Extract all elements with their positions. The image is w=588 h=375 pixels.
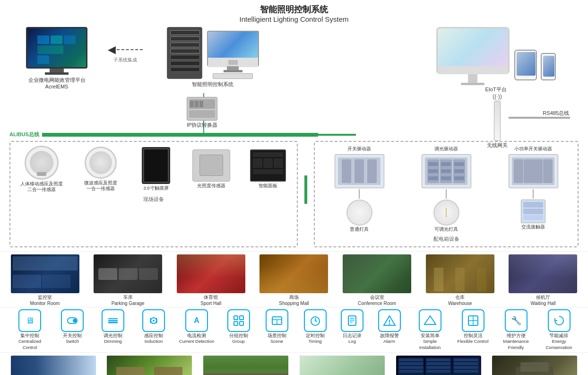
svg-marker-24 bbox=[424, 316, 436, 324]
light-sensor: 光照度传感器 bbox=[190, 149, 233, 189]
sensor-2: 微波感应及照度一合一传感器 bbox=[79, 147, 122, 192]
func-install: 安装简单Simple Installation bbox=[412, 309, 448, 350]
scene-warehouse: 仓库 Warehouse bbox=[424, 254, 495, 306]
scene-monitor-room: 监控室 Monitor Room bbox=[9, 254, 80, 306]
tablet bbox=[514, 50, 537, 80]
svg-rect-8 bbox=[240, 316, 243, 320]
svg-rect-10 bbox=[240, 322, 243, 325]
func-centralized: 🖥 集中控制CentralizedControl bbox=[11, 309, 48, 350]
scene-waiting: 候机厅 Waiting Hall bbox=[508, 254, 579, 306]
imac-monitor bbox=[436, 27, 510, 74]
func-dimming: 调光控制Dimming bbox=[96, 309, 130, 350]
server-tower bbox=[167, 27, 202, 79]
main-container: 智能照明控制系统 Intelligient Lighting Control S… bbox=[0, 0, 588, 375]
switch-driver: 开关驱动器 普通灯具 bbox=[335, 146, 384, 233]
svg-point-1 bbox=[73, 319, 77, 323]
acrel-monitor bbox=[26, 27, 87, 69]
dimmable-lamp bbox=[433, 200, 459, 226]
subsystem-arrow: ◀ 子系统集成 bbox=[104, 44, 147, 63]
field-devices-box: 人体移动感应及照度二合一传感器 微波感应及照度一合一传感器 3.5寸触摸屏 bbox=[9, 141, 298, 247]
func-timing: 定时控制Timing bbox=[300, 309, 330, 350]
power-box-title: 配电箱设备 bbox=[319, 235, 574, 243]
func-log: 日志记录Log bbox=[338, 309, 366, 350]
func-group: 分组控制Group bbox=[223, 309, 254, 350]
power-box: 开关驱动器 普通灯具 调光驱动器 bbox=[314, 141, 579, 247]
normal-lamp bbox=[346, 200, 372, 226]
sensor-1: 人体移动感应及照度二合一传感器 bbox=[20, 146, 63, 193]
func-maintain: 🔧 维护方便MaintenanceFriendly bbox=[498, 309, 534, 350]
func-induction: 感应控制Induction bbox=[137, 309, 170, 350]
svg-rect-9 bbox=[234, 322, 238, 325]
scene-conference: 会议室 Conference Room bbox=[342, 254, 413, 306]
svg-rect-17 bbox=[348, 316, 356, 325]
small-power-driver: 小功率开关驱动器 交 bbox=[509, 146, 558, 230]
func-energy: 节能减排EnergyConservation bbox=[541, 309, 577, 350]
acrel-ems-section: 企业微电网能效管理平台 AcrelEMS bbox=[9, 27, 104, 89]
func-switch: 开关控制Switch bbox=[56, 309, 89, 350]
func-alarm: 故障报警Alarm bbox=[374, 309, 405, 350]
acrel-label-zh: 企业微电网能效管理平台 bbox=[28, 77, 86, 84]
scenario-bio: 生物制药 Bio-pharmaceuticals bbox=[298, 356, 386, 375]
scenarios-row: 医院 Hospital 学校 School 高速公路 Expressway bbox=[0, 352, 588, 375]
scene-parking: 车库 Parking Garage bbox=[93, 254, 164, 306]
func-scene: 场景控制Scene bbox=[261, 309, 292, 350]
func-current: A 电流检测Current Detection bbox=[178, 309, 216, 350]
wireless-label: 无线网关 bbox=[487, 142, 508, 149]
touchscreen: 3.5寸触摸屏 bbox=[138, 147, 173, 192]
page-title: 智能照明控制系统 Intelligient Lighting Control S… bbox=[0, 0, 588, 25]
title-en: Intelligient Lighting Control System bbox=[0, 15, 588, 23]
field-devices-title: 现场设备 bbox=[14, 196, 293, 203]
server-section: 智能照明控制系统 bbox=[147, 27, 279, 88]
keyboard bbox=[213, 73, 253, 79]
contactor bbox=[521, 200, 545, 223]
title-zh: 智能照明控制系统 bbox=[0, 4, 588, 15]
phone bbox=[541, 53, 556, 80]
functions-row: 🖥 集中控制CentralizedControl 开关控制Switch 调光控制… bbox=[0, 307, 588, 352]
subsystem-label: 子系统集成 bbox=[113, 57, 137, 63]
scene-shopping: 商场 Shopping Mall bbox=[259, 254, 329, 306]
ip-converter: IP协议转换器 bbox=[187, 97, 217, 129]
scene-photos-row: 监控室 Monitor Room 车库 Parking Garage 体育馆 S… bbox=[0, 251, 588, 307]
scenario-datacenter: 数据中心 Data Center bbox=[395, 356, 482, 375]
scenario-school: 学校 School bbox=[106, 356, 193, 375]
scenario-expressway: 高速公路 Expressway bbox=[202, 356, 290, 375]
workstation-monitor bbox=[207, 31, 259, 66]
acrel-label-en: AcrelEMS bbox=[45, 84, 69, 89]
smart-panel: 智能面板 bbox=[249, 149, 287, 189]
rs485-label: RS485总线 bbox=[543, 110, 569, 117]
svg-point-23 bbox=[389, 323, 390, 325]
dimmer-driver: 调光驱动器 bbox=[422, 146, 471, 233]
wireless-gateway: ((·)) 无线网关 bbox=[487, 93, 508, 149]
svg-point-6 bbox=[153, 320, 155, 322]
func-flexible: 控制灵活Flexible Control bbox=[455, 309, 491, 350]
ilcs-label: 智能照明控制系统 bbox=[192, 81, 233, 88]
svg-rect-7 bbox=[234, 316, 238, 320]
converter-label: IP协议转换器 bbox=[187, 122, 217, 129]
scene-sport: 体育馆 Sport Hall bbox=[175, 254, 246, 306]
eiot-section: EIoT平台 bbox=[413, 27, 579, 93]
scenario-car: 汽车厂房 Car Factory bbox=[491, 356, 579, 375]
eiot-label: EIoT平台 bbox=[485, 86, 506, 93]
scenario-hospital: 医院 Hospital bbox=[9, 356, 97, 375]
